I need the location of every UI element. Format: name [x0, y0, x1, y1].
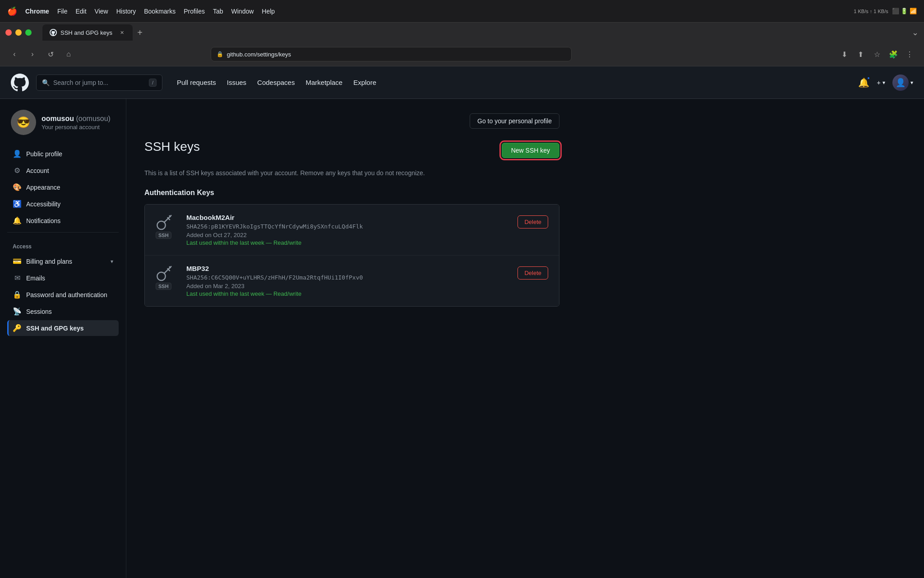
page-description: This is a list of SSH keys associated wi…	[144, 168, 559, 178]
gear-icon: ⚙	[13, 166, 22, 175]
main-container: 😎 oomusou (oomusou) Your personal accoun…	[0, 99, 924, 578]
user-avatar-header: 👤	[892, 75, 909, 91]
browser-chrome: SSH and GPG keys ✕ + ⌄ ‹ › ↺ ⌂ 🔒 github.…	[0, 23, 924, 66]
sidebar-item-account[interactable]: ⚙ Account	[7, 163, 119, 178]
address-bar[interactable]: 🔒 github.com/settings/keys	[211, 47, 572, 61]
ssh-key-access-1: Read/write	[273, 239, 301, 246]
titlebar-left: 🍎 Chrome File Edit View History Bookmark…	[7, 6, 275, 16]
nav-pull-requests[interactable]: Pull requests	[177, 79, 216, 86]
user-avatar-image: 😎	[11, 110, 36, 135]
ssh-key-date-1: Added on Oct 27, 2022	[186, 232, 508, 238]
ssh-key-fingerprint-2: SHA256:C6C5Q00V+uYLHRS/zHFhH/F2Uma2RtqfH…	[186, 274, 508, 281]
reload-button[interactable]: ↺	[43, 47, 58, 61]
sidebar-label-appearance: Appearance	[26, 184, 60, 191]
sidebar: 😎 oomusou (oomusou) Your personal accoun…	[0, 99, 126, 578]
sidebar-item-emails[interactable]: ✉ Emails	[7, 270, 119, 286]
delete-key-1-button[interactable]: Delete	[517, 215, 548, 228]
menu-view[interactable]: View	[95, 8, 108, 15]
menu-window[interactable]: Window	[231, 8, 254, 15]
sidebar-label-sessions: Sessions	[26, 308, 52, 315]
sidebar-item-notifications[interactable]: 🔔 Notifications	[7, 213, 119, 228]
traffic-light-minimize[interactable]	[15, 29, 22, 36]
sidebar-item-sessions[interactable]: 📡 Sessions	[7, 303, 119, 319]
menu-file[interactable]: File	[57, 8, 68, 15]
tab-close-btn[interactable]: ✕	[118, 29, 125, 36]
nav-codespaces[interactable]: Codespaces	[257, 79, 295, 86]
new-tab-button[interactable]: +	[133, 25, 147, 40]
person-icon: 👤	[13, 149, 22, 158]
github-logo[interactable]	[11, 74, 29, 92]
sidebar-item-accessibility[interactable]: ♿ Accessibility	[7, 196, 119, 212]
ssh-key-icon-wrap-1: SSH	[156, 214, 177, 239]
user-menu-btn[interactable]: 👤 ▾	[892, 75, 913, 91]
home-button[interactable]: ⌂	[61, 47, 76, 61]
notification-dot	[867, 76, 870, 80]
lock-sidebar-icon: 🔒	[13, 290, 22, 299]
sidebar-label-accessibility: Accessibility	[26, 200, 60, 208]
user-details: oomusou (oomusou) Your personal account	[42, 115, 111, 131]
delete-key-2-button[interactable]: Delete	[517, 266, 548, 280]
bookmark-btn[interactable]: ☆	[870, 47, 884, 61]
sidebar-label-password: Password and authentication	[26, 291, 107, 298]
new-ssh-key-button[interactable]: New SSH key	[502, 143, 559, 158]
sidebar-item-billing[interactable]: 💳 Billing and plans ▾	[7, 253, 119, 269]
more-btn[interactable]: ⋮	[902, 47, 917, 61]
menu-edit[interactable]: Edit	[75, 8, 86, 15]
nav-marketplace[interactable]: Marketplace	[305, 79, 342, 86]
create-menu-btn[interactable]: + ▾	[877, 79, 885, 86]
user-avatar-sidebar: 😎	[11, 110, 36, 135]
header-right: 🔔 + ▾ 👤 ▾	[858, 75, 913, 91]
menu-bookmarks[interactable]: Bookmarks	[144, 8, 176, 15]
traffic-lights	[5, 29, 32, 36]
sidebar-label-public-profile: Public profile	[26, 150, 62, 158]
tab-dropdown-btn[interactable]: ⌄	[912, 28, 919, 37]
titlebar: 🍎 Chrome File Edit View History Bookmark…	[0, 0, 924, 23]
tab-bar: SSH and GPG keys ✕ + ⌄	[0, 23, 924, 42]
menu-tab[interactable]: Tab	[213, 8, 223, 15]
sidebar-item-ssh-keys[interactable]: 🔑 SSH and GPG keys	[7, 320, 119, 336]
sidebar-divider-1	[7, 232, 119, 233]
user-chevron-icon: ▾	[910, 79, 913, 86]
sidebar-item-appearance[interactable]: 🎨 Appearance	[7, 179, 119, 195]
menu-history[interactable]: History	[116, 8, 136, 15]
menu-profiles[interactable]: Profiles	[184, 8, 205, 15]
user-display-name: oomusou (oomusou)	[42, 115, 111, 123]
nav-explore[interactable]: Explore	[353, 79, 376, 86]
back-button[interactable]: ‹	[7, 47, 22, 61]
nav-actions: ⬇ ⬆ ☆ 🧩 ⋮	[837, 47, 917, 61]
search-placeholder: Search or jump to...	[53, 79, 108, 86]
ssh-key-name-2: MBP32	[186, 265, 508, 272]
ssh-key-card-macbook: SSH MacbookM2Air SHA256:pB1KYEVRJkoIgsTT…	[145, 205, 559, 256]
lock-icon: 🔒	[217, 51, 223, 57]
search-bar[interactable]: 🔍 Search or jump to... /	[36, 75, 162, 91]
active-tab[interactable]: SSH and GPG keys ✕	[42, 24, 133, 41]
tab-title: SSH and GPG keys	[60, 29, 115, 36]
forward-button[interactable]: ›	[25, 47, 40, 61]
share-btn[interactable]: ⬆	[854, 47, 868, 61]
bell-icon: 🔔	[13, 216, 22, 225]
address-text: github.com/settings/keys	[227, 51, 291, 58]
plus-icon: +	[877, 79, 881, 86]
menu-chrome[interactable]: Chrome	[25, 8, 49, 15]
email-icon: ✉	[13, 274, 22, 282]
sidebar-item-password[interactable]: 🔒 Password and authentication	[7, 287, 119, 303]
ssh-key-fingerprint-1: SHA256:pB1KYEVRJkoIgsTTQcYfNrCdywMi8ySXn…	[186, 223, 508, 230]
svg-point-0	[157, 221, 165, 229]
chevron-down-icon: ▾	[882, 79, 885, 86]
sidebar-label-billing: Billing and plans	[26, 258, 72, 265]
main-content: Go to your personal profile SSH keys New…	[126, 99, 578, 578]
extensions-btn[interactable]: 🧩	[886, 47, 901, 61]
nav-issues[interactable]: Issues	[227, 79, 246, 86]
sidebar-item-public-profile[interactable]: 👤 Public profile	[7, 146, 119, 162]
menu-help[interactable]: Help	[262, 8, 275, 15]
auth-keys-section-title: Authentication Keys	[144, 189, 559, 197]
notifications-btn[interactable]: 🔔	[858, 77, 869, 88]
ssh-key-separator-1: —	[266, 239, 273, 246]
personal-profile-button[interactable]: Go to your personal profile	[470, 113, 559, 129]
billing-icon: 💳	[13, 257, 22, 266]
palette-icon: 🎨	[13, 183, 22, 191]
download-btn[interactable]: ⬇	[837, 47, 852, 61]
traffic-light-close[interactable]	[5, 29, 12, 36]
github-header: 🔍 Search or jump to... / Pull requests I…	[0, 66, 924, 99]
traffic-light-maximize[interactable]	[25, 29, 32, 36]
